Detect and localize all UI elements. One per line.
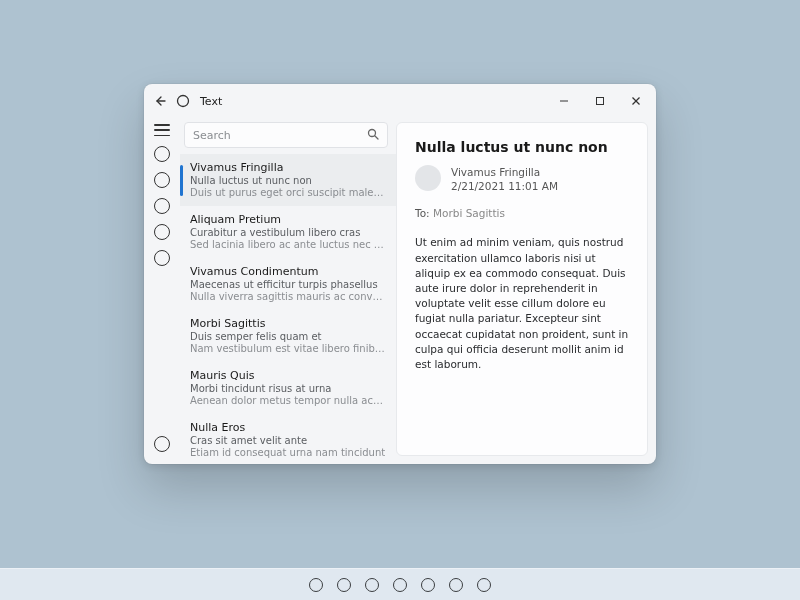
search-placeholder: Search (193, 129, 231, 142)
back-arrow-icon[interactable] (154, 95, 166, 107)
reading-body: Ut enim ad minim veniam, quis nostrud ex… (415, 235, 629, 372)
list-item-from: Mauris Quis (190, 369, 386, 382)
nav-item-icon[interactable] (154, 250, 170, 266)
search-icon (367, 128, 379, 143)
list-item-from: Morbi Sagittis (190, 317, 386, 330)
taskbar-item-icon[interactable] (337, 578, 351, 592)
taskbar-item-icon[interactable] (449, 578, 463, 592)
maximize-button[interactable] (582, 87, 618, 115)
message-list-column: Search Vivamus FringillaNulla luctus ut … (180, 118, 396, 464)
reading-datetime: 2/21/2021 11:01 AM (451, 179, 558, 193)
list-item-preview: Sed lacinia libero ac ante luctus nec in… (190, 239, 386, 250)
svg-rect-2 (597, 98, 604, 105)
taskbar-item-icon[interactable] (421, 578, 435, 592)
list-item[interactable]: Nulla ErosCras sit amet velit anteEtiam … (180, 414, 396, 464)
list-item-subject: Cras sit amet velit ante (190, 435, 386, 446)
list-item-subject: Morbi tincidunt risus at urna (190, 383, 386, 394)
nav-item-icon[interactable] (154, 172, 170, 188)
list-item-subject: Duis semper felis quam et (190, 331, 386, 342)
list-item[interactable]: Aliquam PretiumCurabitur a vestibulum li… (180, 206, 396, 258)
taskbar-item-icon[interactable] (309, 578, 323, 592)
window-title: Text (200, 95, 222, 108)
reading-from: Vivamus Fringilla (451, 165, 558, 179)
list-item-from: Nulla Eros (190, 421, 386, 434)
list-item-subject: Curabitur a vestibulum libero cras (190, 227, 386, 238)
app-window: Text S (144, 84, 656, 464)
reading-to-label: To: (415, 207, 430, 219)
avatar (415, 165, 441, 191)
svg-point-0 (178, 96, 189, 107)
minimize-button[interactable] (546, 87, 582, 115)
taskbar[interactable] (0, 568, 800, 600)
nav-item-icon[interactable] (154, 436, 170, 452)
reading-subject: Nulla luctus ut nunc non (415, 139, 629, 155)
list-item-from: Vivamus Fringilla (190, 161, 386, 174)
taskbar-item-icon[interactable] (365, 578, 379, 592)
list-item-preview: Duis ut purus eget orci suscipit malesua… (190, 187, 386, 198)
list-item-subject: Nulla luctus ut nunc non (190, 175, 386, 186)
list-item-preview: Etiam id consequat urna nam tincidunt (190, 447, 386, 458)
list-item-subject: Maecenas ut efficitur turpis phasellus (190, 279, 386, 290)
list-item-preview: Nulla viverra sagittis mauris ac convall… (190, 291, 386, 302)
nav-rail (144, 118, 180, 464)
close-button[interactable] (618, 87, 654, 115)
hamburger-icon[interactable] (154, 124, 170, 136)
list-item-preview: Nam vestibulum est vitae libero finibus … (190, 343, 386, 354)
list-item-from: Aliquam Pretium (190, 213, 386, 226)
taskbar-item-icon[interactable] (393, 578, 407, 592)
nav-item-icon[interactable] (154, 146, 170, 162)
list-item[interactable]: Vivamus CondimentumMaecenas ut efficitur… (180, 258, 396, 310)
list-item[interactable]: Vivamus FringillaNulla luctus ut nunc no… (180, 154, 396, 206)
nav-item-icon[interactable] (154, 224, 170, 240)
reading-to-value: Morbi Sagittis (433, 207, 505, 219)
svg-point-5 (369, 129, 376, 136)
list-item-preview: Aenean dolor metus tempor nulla ac dapib… (190, 395, 386, 406)
message-list[interactable]: Vivamus FringillaNulla luctus ut nunc no… (180, 154, 396, 464)
list-item-from: Vivamus Condimentum (190, 265, 386, 278)
svg-line-6 (375, 136, 378, 139)
list-item[interactable]: Mauris QuisMorbi tincidunt risus at urna… (180, 362, 396, 414)
reading-pane: Nulla luctus ut nunc non Vivamus Fringil… (396, 122, 648, 456)
title-bar[interactable]: Text (144, 84, 656, 118)
nav-item-icon[interactable] (154, 198, 170, 214)
taskbar-item-icon[interactable] (477, 578, 491, 592)
search-input[interactable]: Search (184, 122, 388, 148)
app-icon (176, 94, 190, 108)
list-item[interactable]: Morbi SagittisDuis semper felis quam etN… (180, 310, 396, 362)
